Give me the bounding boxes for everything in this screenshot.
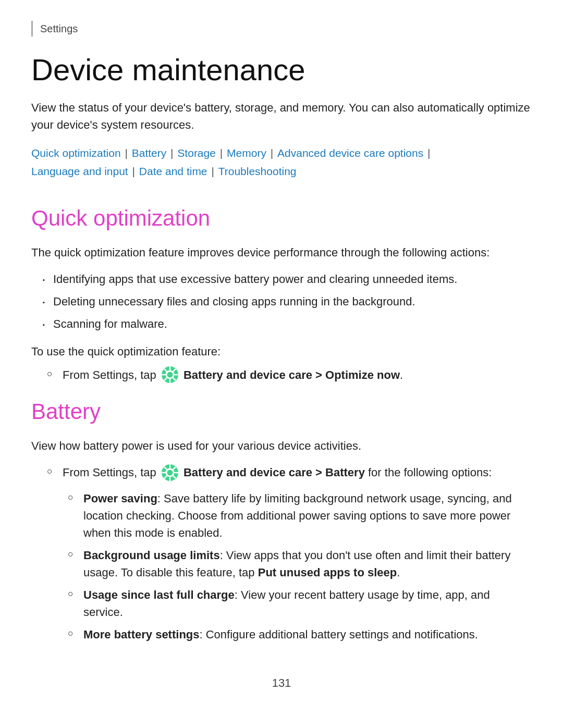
list-item: Scanning for malware. [42,315,532,332]
settings-label: Settings [31,21,532,36]
list-item: Deleting unnecessary files and closing a… [42,293,532,310]
settings-app-icon [161,366,179,384]
step-bold-text: Battery and device care > Optimize now [183,368,400,381]
nav-link-storage[interactable]: Storage [177,147,216,159]
quick-optimization-heading: Quick optimization [31,202,532,235]
page-number: 131 [272,676,291,689]
list-item: Background usage limits: View apps that … [68,547,532,581]
page-title: Device maintenance [31,53,532,87]
nav-link-troubleshooting[interactable]: Troubleshooting [218,165,297,177]
settings-app-icon-2 [161,464,179,482]
battery-options-list: Power saving: Save battery life by limit… [68,490,532,643]
list-item: From Settings, tap Battery and device ca… [47,366,532,385]
list-item: From Settings, tap Battery and device ca… [47,464,532,643]
quick-optimization-section: Quick optimization The quick optimizatio… [31,202,532,385]
nav-link-language[interactable]: Language and input [31,165,128,177]
list-item: Power saving: Save battery life by limit… [68,490,532,541]
quick-optimization-step-intro: To use the quick optimization feature: [31,343,532,360]
list-item: Identifying apps that use excessive batt… [42,270,532,288]
list-item: Usage since last full charge: View your … [68,586,532,621]
battery-step-bold: Battery and device care > Battery [183,466,365,479]
nav-link-battery[interactable]: Battery [132,147,167,159]
nav-link-memory[interactable]: Memory [227,147,266,159]
list-item: More battery settings: Configure additio… [68,626,532,643]
quick-optimization-intro: The quick optimization feature improves … [31,244,532,261]
nav-link-date[interactable]: Date and time [139,165,207,177]
nav-link-advanced[interactable]: Advanced device care options [277,147,423,159]
nav-links: Quick optimization | Battery | Storage |… [31,144,532,181]
nav-link-quick-optimization[interactable]: Quick optimization [31,147,121,159]
battery-section: Battery View how battery power is used f… [31,395,532,643]
battery-heading: Battery [31,395,532,428]
page-footer: 131 [31,674,532,692]
battery-circle-list: From Settings, tap Battery and device ca… [47,464,532,643]
battery-intro: View how battery power is used for your … [31,437,532,454]
quick-optimization-circle-list: From Settings, tap Battery and device ca… [47,366,532,385]
intro-text: View the status of your device's battery… [31,99,532,133]
quick-optimization-bullet-list: Identifying apps that use excessive batt… [42,270,532,332]
